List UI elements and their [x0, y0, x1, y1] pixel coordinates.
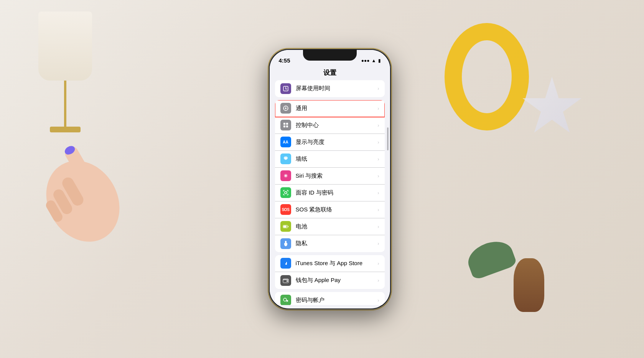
- wallet-chevron: ›: [377, 277, 379, 283]
- svg-rect-35: [287, 301, 288, 302]
- svg-rect-18: [283, 125, 285, 127]
- iphone-frame: 4:55 ●●● ▲ ▮ 设置: [268, 49, 391, 310]
- privacy-icon: [280, 238, 291, 249]
- svg-point-22: [285, 175, 286, 177]
- svg-point-29: [285, 263, 287, 265]
- settings-group-3: iTunes Store 与 App Store › 钱包与 Appl: [275, 255, 385, 289]
- svg-rect-32: [287, 280, 288, 282]
- nature-decoration: [452, 205, 567, 320]
- settings-row-general[interactable]: 通用 ›: [275, 100, 385, 117]
- settings-row-control-center[interactable]: 控制中心 ›: [275, 117, 385, 134]
- sos-icon: SOS: [280, 204, 291, 215]
- sos-chevron: ›: [377, 207, 379, 213]
- privacy-chevron: ›: [377, 241, 379, 246]
- battery-label: 电池: [296, 223, 376, 230]
- wallpaper-label: 墙纸: [296, 155, 376, 163]
- settings-list[interactable]: 屏幕使用时间 ›: [270, 80, 390, 305]
- faceid-icon: [280, 187, 291, 198]
- screen-time-chevron: ›: [377, 86, 379, 91]
- svg-rect-17: [286, 123, 288, 125]
- sos-text: SOS: [282, 208, 290, 212]
- battery-chevron: ›: [377, 224, 379, 229]
- signal-icon: ●●●: [361, 58, 370, 63]
- settings-row-siri[interactable]: Siri 与搜索 ›: [275, 168, 385, 185]
- settings-row-faceid[interactable]: 面容 ID 与密码 ›: [275, 185, 385, 201]
- svg-rect-34: [286, 300, 288, 301]
- settings-row-sos[interactable]: SOS SOS 紧急联络 ›: [275, 201, 385, 218]
- settings-group-1: 屏幕使用时间 ›: [275, 80, 385, 97]
- svg-rect-28: [283, 226, 287, 228]
- siri-label: Siri 与搜索: [296, 172, 376, 180]
- scroll-indicator: [387, 127, 389, 150]
- settings-row-passwords[interactable]: 密码与帐户 ›: [275, 292, 385, 305]
- battery-icon: ▮: [378, 58, 381, 63]
- settings-group-4: 密码与帐户 › 邮件 ›: [275, 292, 385, 305]
- settings-row-battery[interactable]: 电池 ›: [275, 218, 385, 235]
- display-icon-text: AA: [283, 140, 288, 144]
- status-time: 4:55: [279, 57, 290, 64]
- settings-row-wallet[interactable]: 钱包与 Apple Pay ›: [275, 272, 385, 289]
- navigation-title: 设置: [270, 67, 390, 80]
- wifi-icon: ▲: [372, 58, 376, 63]
- iphone-screen: 4:55 ●●● ▲ ▮ 设置: [270, 50, 390, 309]
- itunes-label: iTunes Store 与 App Store: [296, 260, 376, 267]
- settings-group-2: 通用 › 控制中心: [275, 100, 385, 252]
- wallpaper-icon: [280, 153, 291, 164]
- display-chevron: ›: [377, 139, 379, 145]
- svg-point-11: [285, 107, 287, 109]
- passwords-chevron: ›: [377, 297, 379, 303]
- pine-branch: [464, 236, 517, 280]
- display-icon: AA: [280, 137, 291, 147]
- siri-icon: [280, 170, 291, 181]
- screen-time-label: 屏幕使用时间: [296, 85, 376, 92]
- wallpaper-chevron: ›: [377, 156, 379, 162]
- settings-row-wallpaper[interactable]: 墙纸 ›: [275, 151, 385, 168]
- iphone-notch: [303, 50, 357, 61]
- passwords-label: 密码与帐户: [296, 297, 376, 304]
- faceid-label: 面容 ID 与密码: [296, 189, 376, 196]
- faceid-chevron: ›: [377, 190, 379, 196]
- settings-row-privacy[interactable]: 隐私 ›: [275, 235, 385, 252]
- lamp-shade: [38, 12, 92, 81]
- itunes-icon: [280, 258, 291, 269]
- itunes-chevron: ›: [377, 261, 379, 266]
- svg-rect-19: [286, 125, 288, 127]
- svg-point-23: [285, 191, 287, 194]
- passwords-icon: [280, 295, 291, 305]
- wallet-label: 钱包与 Apple Pay: [296, 277, 376, 284]
- general-label: 通用: [296, 105, 376, 112]
- status-icons: ●●● ▲ ▮: [361, 58, 381, 63]
- pinecone: [514, 258, 544, 312]
- settings-row-screen-time[interactable]: 屏幕使用时间 ›: [275, 80, 385, 97]
- svg-rect-36: [287, 301, 287, 302]
- svg-point-33: [283, 298, 287, 301]
- hand-pointing: [0, 96, 173, 249]
- settings-row-itunes[interactable]: iTunes Store 与 App Store ›: [275, 255, 385, 272]
- display-label: 显示与亮度: [296, 139, 376, 146]
- yellow-ring-decoration: [445, 23, 529, 130]
- control-center-icon: [280, 120, 291, 130]
- control-center-label: 控制中心: [296, 122, 376, 129]
- svg-rect-16: [283, 123, 285, 125]
- general-chevron: ›: [377, 106, 379, 111]
- control-center-chevron: ›: [377, 122, 379, 128]
- general-icon: [280, 103, 291, 114]
- screen-time-icon: [280, 83, 291, 94]
- iphone-outer-frame: 4:55 ●●● ▲ ▮ 设置: [268, 49, 391, 310]
- sos-label: SOS 紧急联络: [296, 206, 376, 213]
- svg-rect-27: [288, 226, 288, 227]
- privacy-label: 隐私: [296, 240, 376, 247]
- battery-icon: [280, 221, 291, 232]
- svg-rect-31: [283, 279, 288, 280]
- wallet-icon: [280, 275, 291, 286]
- siri-chevron: ›: [377, 173, 379, 179]
- settings-row-display[interactable]: AA 显示与亮度 ›: [275, 134, 385, 151]
